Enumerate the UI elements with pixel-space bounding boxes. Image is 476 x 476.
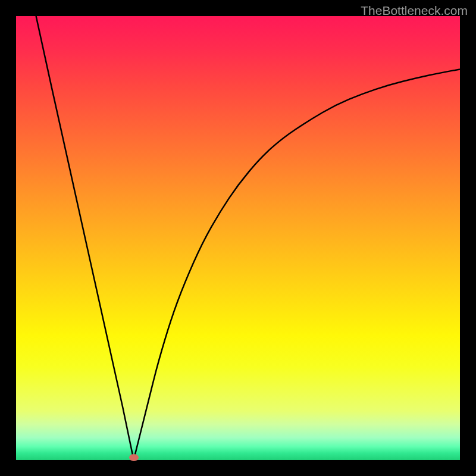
- bottleneck-curve: [16, 16, 460, 460]
- watermark: TheBottleneck.com: [361, 4, 468, 18]
- minimum-marker-dot: [129, 454, 139, 461]
- chart-plot-area: [16, 16, 460, 460]
